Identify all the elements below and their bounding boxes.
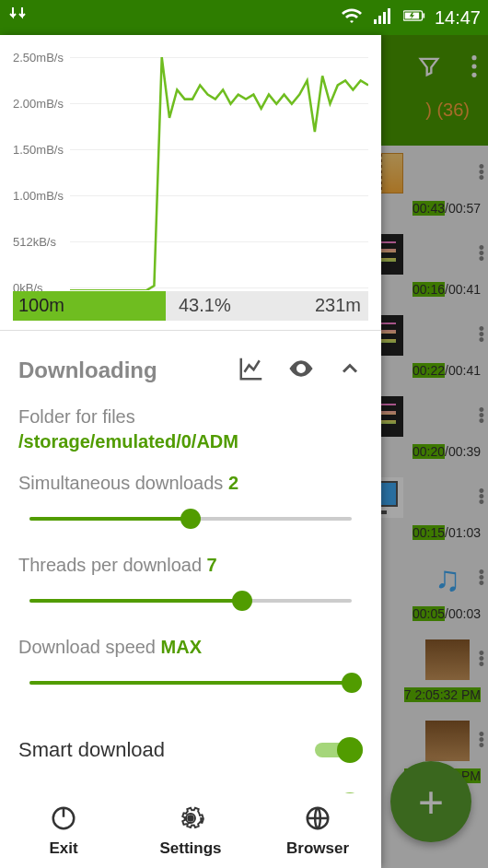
svg-rect-2 [383, 12, 386, 24]
speed-label: Download speed MAX [18, 637, 363, 658]
section-title: Downloading [18, 358, 217, 383]
svg-point-13 [187, 815, 194, 822]
download-progress-bar: 100m 43.1% 231m [13, 291, 368, 321]
svg-rect-5 [423, 13, 424, 18]
y-tick-label: 1.00mB/s [13, 189, 64, 203]
wifi-icon [341, 5, 363, 31]
battery-icon [403, 5, 425, 31]
status-bar: 14:47 [0, 0, 488, 35]
nav-settings-label: Settings [159, 839, 221, 858]
y-tick-label: 512kB/s [13, 235, 56, 249]
nav-exit[interactable]: Exit [0, 794, 127, 868]
nav-browser[interactable]: Browser [254, 794, 381, 868]
y-tick-label: 2.50mB/s [13, 51, 64, 65]
svg-rect-0 [374, 19, 377, 24]
simultaneous-slider[interactable] [29, 507, 352, 531]
smart-download-toggle[interactable] [315, 737, 363, 763]
signal-icon [372, 5, 394, 31]
nav-browser-label: Browser [286, 839, 349, 858]
svg-rect-1 [378, 16, 381, 24]
y-tick-label: 1.50mB/s [13, 143, 64, 157]
svg-point-10 [299, 366, 304, 370]
auto-resume-toggle[interactable] [315, 792, 363, 793]
chart-toggle-icon[interactable] [238, 355, 265, 386]
bottom-nav: Exit Settings Browser [0, 793, 381, 868]
folder-label: Folder for files [18, 406, 363, 428]
progress-done: 100m [18, 295, 64, 316]
y-tick-label: 2.00mB/s [13, 97, 64, 111]
simultaneous-label: Simultaneous downloads 2 [18, 473, 363, 494]
status-time: 14:47 [435, 7, 481, 29]
progress-total: 231m [315, 295, 361, 316]
section-header[interactable]: Downloading [0, 331, 381, 406]
nav-settings[interactable]: Settings [127, 794, 254, 868]
download-indicator-icon [7, 5, 29, 31]
collapse-icon[interactable] [337, 356, 363, 385]
settings-drawer: 2.50mB/s2.00mB/s1.50mB/s1.00mB/s512kB/s0… [0, 35, 381, 868]
speed-chart: 2.50mB/s2.00mB/s1.50mB/s1.00mB/s512kB/s0… [0, 35, 381, 330]
nav-exit-label: Exit [49, 839, 77, 858]
speed-slider[interactable] [29, 671, 352, 695]
visibility-icon[interactable] [285, 355, 317, 386]
progress-percent: 43.1% [179, 295, 231, 316]
smart-download-label: Smart download [18, 738, 315, 762]
threads-label: Threads per download 7 [18, 555, 363, 576]
svg-rect-3 [388, 8, 390, 24]
folder-path[interactable]: /storage/emulated/0/ADM [18, 431, 363, 452]
threads-slider[interactable] [29, 589, 352, 613]
